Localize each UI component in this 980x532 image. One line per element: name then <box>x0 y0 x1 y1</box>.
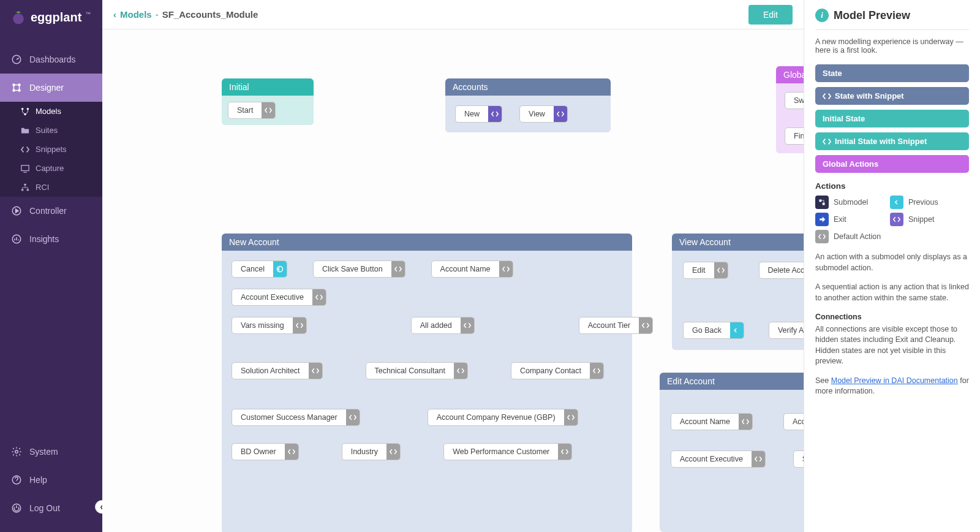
nav-logout[interactable]: Log Out <box>0 494 102 522</box>
previous-icon <box>890 196 903 209</box>
legend-default: Default Action <box>815 230 956 243</box>
legend-initial-state: Initial State <box>815 110 969 127</box>
monitor-icon <box>21 164 29 173</box>
preview-note1: An action with a submodel only displays … <box>815 252 969 273</box>
action-vars-missing[interactable]: Vars missing <box>232 317 307 334</box>
chevron-left-icon[interactable]: ‹ <box>113 9 116 20</box>
svg-rect-10 <box>24 183 26 185</box>
subnav-rci[interactable]: RCI <box>0 178 102 197</box>
node-new-account-header: New Account <box>222 234 632 251</box>
subnav-models[interactable]: Models <box>0 102 102 121</box>
action-company-contact[interactable]: Company Contact <box>511 362 604 379</box>
node-accounts-header: Accounts <box>445 78 611 96</box>
action-go-back[interactable]: Go Back <box>683 322 744 339</box>
svg-point-6 <box>21 107 24 110</box>
help-icon <box>11 474 22 485</box>
node-edit-account[interactable]: Edit Account Account Name Account Tier C… <box>660 373 804 532</box>
action-ea-account-tier[interactable]: Account Tier <box>783 413 804 430</box>
action-ea-solution-architect[interactable]: Solution Architect <box>793 450 804 468</box>
action-cancel[interactable]: Cancel <box>232 260 287 278</box>
node-accounts[interactable]: Accounts New View <box>445 78 611 132</box>
connections-heading: Connections <box>815 312 969 323</box>
node-view-account-header: View Account <box>672 234 804 251</box>
breadcrumb-root[interactable]: Models <box>120 9 152 20</box>
submodel-icon <box>815 196 829 209</box>
nav-help[interactable]: Help <box>0 466 102 494</box>
dashboard-icon <box>11 54 22 65</box>
subnav-capture[interactable]: Capture <box>0 159 102 178</box>
info-icon[interactable]: i <box>815 9 829 22</box>
action-ea-account-exec[interactable]: Account Executive <box>671 450 766 468</box>
legend-global-actions: Global Actions <box>815 155 969 173</box>
action-industry[interactable]: Industry <box>342 443 401 460</box>
svg-point-3 <box>18 84 20 86</box>
preview-intro: A new modelling experience is underway —… <box>815 37 969 55</box>
action-new[interactable]: New <box>455 105 502 123</box>
preview-panel: i Model Preview A new modelling experien… <box>804 0 980 532</box>
svg-point-15 <box>15 450 18 454</box>
nav-insights[interactable]: Insights <box>0 225 102 253</box>
action-account-name[interactable]: Account Name <box>431 260 513 278</box>
nav-system[interactable]: System <box>0 438 102 466</box>
hierarchy-icon <box>21 183 29 192</box>
nav-designer[interactable]: Designer <box>0 74 102 102</box>
models-icon <box>21 107 29 116</box>
connections-text: All connections are visible except those… <box>815 324 969 367</box>
designer-icon <box>11 82 22 93</box>
action-bd-owner[interactable]: BD Owner <box>232 443 299 460</box>
action-tech-consultant[interactable]: Technical Consultant <box>366 362 468 379</box>
node-initial-header: Initial <box>222 78 314 96</box>
action-verify-details[interactable]: Verify Account Details <box>769 322 804 339</box>
subnav-snippets[interactable]: Snippets <box>0 140 102 159</box>
legend-snippet: Snippet <box>890 213 957 226</box>
action-account-tier[interactable]: Account Tier <box>579 317 653 334</box>
node-new-account[interactable]: New Account Cancel Click Save Button Acc… <box>222 234 632 532</box>
default-action-icon <box>815 230 829 243</box>
svg-point-5 <box>18 89 20 91</box>
action-solution-architect[interactable]: Solution Architect <box>232 362 323 379</box>
action-delete-account[interactable]: Delete Account <box>759 262 804 279</box>
subnav-suites[interactable]: Suites <box>0 121 102 140</box>
action-switch-list-view[interactable]: Switch List View <box>785 92 804 109</box>
nav-controller[interactable]: Controller <box>0 197 102 225</box>
logo[interactable]: eggplant ™ <box>0 0 102 34</box>
action-web-perf[interactable]: Web Performance Customer <box>443 443 572 460</box>
legend-state-snippet: State with Snippet <box>815 87 969 105</box>
preview-title: Model Preview <box>834 9 910 22</box>
preview-note2: A sequential action is any action that i… <box>815 282 969 303</box>
node-edit-account-header: Edit Account <box>660 373 804 390</box>
node-initial[interactable]: Initial Start <box>222 78 314 125</box>
svg-point-7 <box>27 107 29 110</box>
model-canvas[interactable]: Initial Start Accounts New View Global A… <box>102 29 804 532</box>
action-click-save[interactable]: Click Save Button <box>313 260 405 278</box>
action-view[interactable]: View <box>519 105 568 123</box>
nav-dashboards[interactable]: Dashboards <box>0 45 102 74</box>
logo-text: eggplant <box>31 10 81 25</box>
legend-initial-snippet: Initial State with Snippet <box>815 132 969 150</box>
gear-icon <box>11 446 22 457</box>
action-account-exec[interactable]: Account Executive <box>232 289 326 306</box>
svg-rect-20 <box>823 203 825 205</box>
svg-point-4 <box>13 89 15 91</box>
eggplant-logo-icon <box>10 9 27 26</box>
tm-mark: ™ <box>85 11 91 17</box>
breadcrumb-current: SF_Accounts_Module <box>162 9 258 20</box>
action-ea-account-name[interactable]: Account Name <box>671 413 753 430</box>
action-csm[interactable]: Customer Success Manager <box>232 409 360 426</box>
action-start[interactable]: Start <box>228 102 276 119</box>
exit-icon <box>815 213 829 226</box>
breadcrumb: ‹ Models - SF_Accounts_Module <box>113 9 258 20</box>
edit-button[interactable]: Edit <box>748 5 793 25</box>
action-finish[interactable]: Finish <box>785 127 804 145</box>
action-revenue[interactable]: Account Company Revenue (GBP) <box>428 409 578 426</box>
legend-submodel: Submodel <box>815 196 883 209</box>
action-va-edit[interactable]: Edit <box>683 262 728 279</box>
preview-see-more: See Model Preview in DAI Documentation f… <box>815 376 969 397</box>
docs-link[interactable]: Model Preview in DAI Documentation <box>831 376 958 385</box>
node-global-actions[interactable]: Global Actions Switch List View Finish <box>776 66 804 153</box>
code-icon <box>21 145 29 154</box>
node-view-account[interactable]: View Account Edit Delete Account Go Back… <box>672 234 804 350</box>
action-all-added[interactable]: All added <box>411 317 475 334</box>
actions-heading: Actions <box>815 181 969 191</box>
folder-icon <box>21 126 29 135</box>
